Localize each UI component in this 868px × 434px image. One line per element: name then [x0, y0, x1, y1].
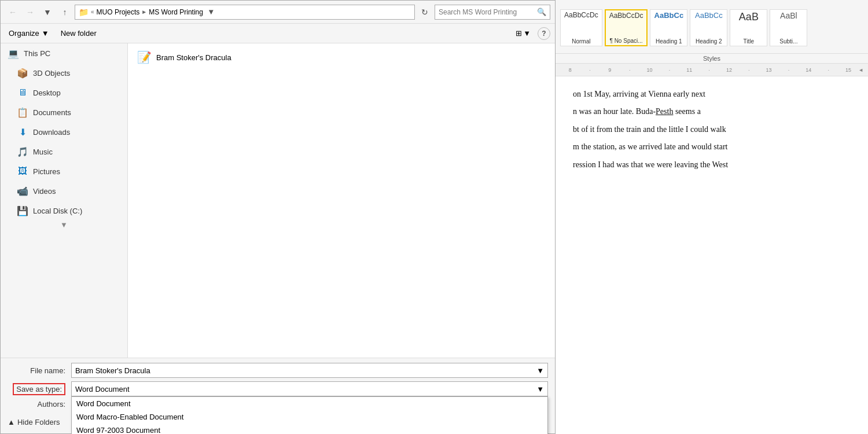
organize-chevron-icon: ▼	[42, 29, 49, 38]
hide-folders-label: Hide Folders	[17, 418, 60, 426]
style-heading1[interactable]: AaBbCc Heading 1	[650, 9, 687, 46]
dropdown-option-word-macro[interactable]: Word Macro-Enabled Document	[72, 410, 547, 424]
sidebar-item-documents[interactable]: 📋 Documents	[1, 102, 127, 122]
address-dropdown-button[interactable]: ▼	[205, 5, 217, 19]
file-name-dropdown-icon: ▼	[536, 366, 544, 375]
ruler-tick-10: 10	[639, 67, 659, 73]
scroll-down-indicator: ▼	[1, 220, 127, 229]
sidebar-label-desktop: Desktop	[33, 89, 61, 97]
style-heading2-preview: AaBbCc	[695, 11, 723, 20]
ruler-tick-13: 13	[759, 67, 778, 73]
document-text-area[interactable]: on 1st May, arriving at Vienna early nex…	[556, 76, 868, 434]
ruler-tick-11: 11	[679, 67, 699, 73]
save-as-type-selected[interactable]: Word Document ▼	[71, 381, 548, 396]
style-title[interactable]: AaB Title	[730, 9, 767, 46]
sidebar-item-local-disk[interactable]: 💾 Local Disk (C:)	[1, 201, 127, 220]
refresh-button[interactable]: ↻	[417, 5, 432, 20]
address-bar[interactable]: 📁 « MUO Projects ► MS Word Printing ▼	[75, 5, 415, 20]
styles-ribbon: AaBbCcDc Normal AaBbCcDc ¶ No Spaci... A…	[556, 0, 868, 64]
sidebar-item-3d-objects[interactable]: 📦 3D Objects	[1, 63, 127, 83]
downloads-icon: ⬇	[17, 127, 28, 138]
desktop-icon: 🖥	[17, 87, 28, 98]
styles-row: AaBbCcDc Normal AaBbCcDc ¶ No Spaci... A…	[556, 0, 868, 53]
ruler-end-icon: ◄	[858, 67, 863, 73]
ruler-tick-15: 15	[838, 67, 858, 73]
save-as-type-dropdown-container: Word Document ▼ Word Document Word Macro…	[71, 381, 548, 396]
sidebar-scroll[interactable]: 💻 This PC 📦 3D Objects 🖥 Desktop 📋 Docum…	[1, 43, 127, 358]
style-title-label: Title	[744, 38, 755, 45]
view-chevron-icon: ▼	[523, 29, 531, 38]
sidebar-label-pictures: Pictures	[33, 167, 60, 176]
up-button[interactable]: ↑	[57, 5, 72, 20]
style-title-preview: AaB	[739, 11, 759, 23]
style-no-spacing[interactable]: AaBbCcDc ¶ No Spaci...	[605, 9, 648, 46]
sidebar-item-videos[interactable]: 📹 Videos	[1, 181, 127, 201]
help-button[interactable]: ?	[538, 27, 550, 40]
dropdown-option-word-97-2003[interactable]: Word 97-2003 Document	[72, 424, 547, 434]
style-subtitle-preview: AaBl	[780, 11, 797, 20]
doc-paragraph-3: bt of it from the train and the little I…	[573, 123, 851, 136]
file-name-label: File name:	[8, 366, 71, 375]
file-name-input[interactable]: Bram Stoker's Dracula ▼	[71, 363, 548, 378]
sidebar-item-desktop[interactable]: 🖥 Desktop	[1, 83, 127, 102]
sidebar-label-videos: Videos	[33, 187, 56, 196]
dialog-bottom: File name: Bram Stoker's Dracula ▼ Save …	[1, 358, 555, 433]
ruler-dot2: ·	[620, 67, 639, 73]
word-file-icon: 📝	[137, 50, 152, 64]
organize-label: Organize	[9, 29, 39, 38]
sidebar-item-downloads[interactable]: ⬇ Downloads	[1, 122, 127, 142]
chevron-down-icon: ▼	[60, 220, 68, 229]
style-subtitle-label: Subti...	[779, 38, 797, 45]
ruler-dot6: ·	[779, 67, 799, 73]
recent-locations-button[interactable]: ▼	[40, 5, 55, 20]
search-bar[interactable]: 🔍	[435, 5, 550, 20]
sidebar-label-this-pc: This PC	[24, 49, 50, 58]
styles-section-label: Styles	[556, 53, 868, 63]
ruler-tick-12: 12	[719, 67, 739, 73]
organize-button[interactable]: Organize ▼	[5, 26, 53, 41]
search-input[interactable]	[439, 8, 535, 16]
file-item-bram[interactable]: 📝 Bram Stoker's Dracula	[133, 48, 550, 67]
search-icon: 🔍	[537, 8, 546, 16]
documents-icon: 📋	[17, 107, 28, 118]
save-dialog: ← → ▼ ↑ 📁 « MUO Projects ► MS Word Print…	[0, 0, 556, 434]
sidebar-item-music[interactable]: 🎵 Music	[1, 142, 127, 161]
sidebar-label-music: Music	[33, 148, 53, 156]
dropdown-option-word-doc[interactable]: Word Document	[72, 397, 547, 410]
ruler-dot7: ·	[818, 67, 838, 73]
file-name-value: Bram Stoker's Dracula	[75, 366, 150, 375]
ruler-dot1: ·	[580, 67, 599, 73]
sidebar-item-this-pc[interactable]: 💻 This PC	[1, 43, 127, 63]
save-as-type-label: Save as type:	[13, 383, 65, 395]
breadcrumb-separator: ►	[141, 9, 147, 15]
address-part-2: MS Word Printing	[149, 8, 203, 16]
style-heading2[interactable]: AaBbCc Heading 2	[690, 9, 727, 46]
ruler-tick-9: 9	[600, 67, 620, 73]
3d-objects-icon: 📦	[17, 68, 28, 79]
file-name-row: File name: Bram Stoker's Dracula ▼	[8, 363, 548, 378]
sidebar-label-local-disk: Local Disk (C:)	[33, 207, 82, 215]
ruler-dot4: ·	[699, 67, 719, 73]
view-button[interactable]: ⊞ ▼	[513, 26, 533, 41]
music-icon: 🎵	[17, 146, 28, 157]
forward-button[interactable]: →	[23, 5, 38, 20]
sidebar-item-pictures[interactable]: 🖼 Pictures	[1, 161, 127, 181]
style-normal[interactable]: AaBbCcDc Normal	[560, 9, 602, 46]
file-item-label: Bram Stoker's Dracula	[156, 53, 231, 62]
sidebar-label-downloads: Downloads	[33, 128, 70, 137]
address-part-1: MUO Projects	[97, 8, 140, 16]
style-heading2-label: Heading 2	[696, 38, 722, 45]
style-subtitle[interactable]: AaBl Subti...	[770, 9, 807, 46]
ruler-tick: 8	[560, 67, 580, 73]
back-button[interactable]: ←	[5, 5, 20, 20]
hide-folders-button[interactable]: ▲ Hide Folders	[8, 414, 67, 429]
dialog-toolbar: ← → ▼ ↑ 📁 « MUO Projects ► MS Word Print…	[1, 1, 555, 24]
dialog-toolbar2: Organize ▼ New folder ⊞ ▼ ?	[1, 24, 555, 43]
file-area[interactable]: 📝 Bram Stoker's Dracula	[128, 43, 555, 358]
word-window: AaBbCcDc Normal AaBbCcDc ¶ No Spaci... A…	[556, 0, 868, 434]
save-as-type-label-wrapper: Save as type:	[8, 385, 71, 393]
address-path: MUO Projects ► MS Word Printing	[97, 8, 203, 16]
ruler: 8 · 9 · 10 · 11 · 12 · 13 · 14 · 15 ◄	[556, 64, 868, 76]
new-folder-button[interactable]: New folder	[57, 26, 100, 41]
videos-icon: 📹	[17, 186, 28, 197]
